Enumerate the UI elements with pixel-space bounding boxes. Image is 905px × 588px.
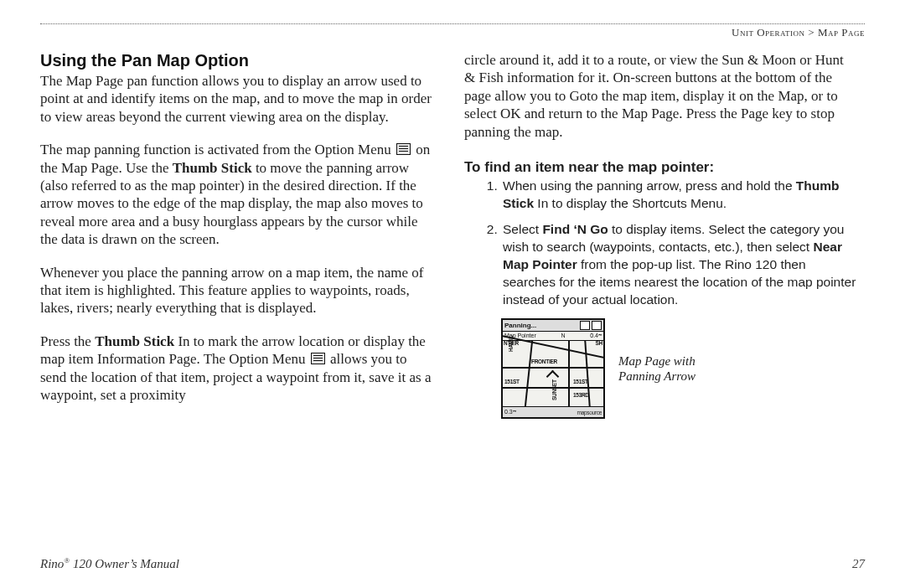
para-activation: The map panning function is activated fr…	[40, 141, 434, 248]
label-153rd: 153RD	[573, 392, 589, 398]
screen-titlebar: Panning...	[503, 320, 603, 332]
footer-suffix: 120 Owner’s Manual	[70, 557, 179, 570]
two-column-layout: Using the Pan Map Option The Map Page pa…	[40, 48, 865, 419]
footer-brand: Rino	[40, 557, 64, 570]
label-sh: SH	[596, 340, 602, 346]
section-heading: Using the Pan Map Option	[40, 51, 434, 70]
menu-icon	[592, 321, 602, 330]
label-hamil: HAMIL	[508, 336, 514, 352]
left-column: Using the Pan Map Option The Map Page pa…	[40, 48, 434, 419]
scale-text: 0.3ᵐ	[504, 409, 516, 415]
caption-line1: Map Page with	[618, 354, 696, 368]
para-highlight: Whenever you place the panning arrow on …	[40, 264, 434, 317]
info-mid: N	[561, 331, 565, 340]
procedure-heading: To find an item near the map pointer:	[464, 159, 858, 176]
device-screenshot: Panning... Map Pointer N 0.4ᵐ	[501, 318, 605, 419]
label-frontier: FRONTIER	[531, 358, 557, 364]
page-number: 27	[852, 557, 865, 571]
layers-icon	[580, 321, 590, 330]
header-section: Unit Operation	[732, 26, 805, 39]
p4-seg-a: Press the	[40, 333, 95, 349]
s1-a: When using the panning arrow, press and …	[503, 178, 796, 193]
para-intro: The Map Page pan function allows you to …	[40, 72, 434, 126]
screen-statusbar: 0.3ᵐ mapsource	[503, 406, 603, 417]
label-151st-a: 151ST	[504, 379, 520, 384]
page: Unit Operation > Map Page Using the Pan …	[0, 0, 905, 588]
header-sep: >	[805, 26, 818, 39]
label-sunset: SUNSET	[551, 380, 557, 401]
header-rule	[40, 23, 865, 24]
right-column: circle around it, add it to a route, or …	[464, 48, 858, 419]
caption-line2: Panning Arrow	[618, 369, 696, 383]
para-continuation: circle around it, add it to a route, or …	[464, 51, 858, 141]
screen-mapbody: NTIER SH HAMIL FRONTIER 151ST SUNSET 151…	[503, 340, 603, 407]
titlebar-icons	[580, 321, 602, 330]
option-menu-icon	[396, 143, 411, 155]
screen-title: Panning...	[504, 322, 536, 329]
figure-caption: Map Page with Panning Arrow	[618, 353, 696, 385]
p4-thumbstick: Thumb Stick	[95, 333, 174, 349]
road-vert-1	[525, 340, 533, 407]
figure-row: Panning... Map Pointer N 0.4ᵐ	[501, 318, 858, 419]
step-2: Select Find ‘N Go to display items. Sele…	[501, 221, 858, 309]
p2-seg-a: The map panning function is activated fr…	[40, 142, 395, 157]
s2-findngo: Find ‘N Go	[542, 222, 608, 236]
info-right: 0.4ᵐ	[590, 331, 602, 340]
para-press-in: Press the Thumb Stick In to mark the arr…	[40, 333, 434, 405]
mapsource-text: mapsource	[577, 410, 602, 415]
footer-product: Rino® 120 Owner’s Manual	[40, 556, 179, 571]
procedure-steps: When using the panning arrow, press and …	[464, 178, 858, 308]
s2-a: Select	[503, 222, 542, 236]
p2-thumbstick: Thumb Stick	[173, 160, 252, 176]
option-menu-icon	[311, 353, 325, 364]
running-header: Unit Operation > Map Page	[40, 26, 865, 39]
step-1: When using the panning arrow, press and …	[501, 178, 858, 213]
page-footer: Rino® 120 Owner’s Manual 27	[40, 556, 865, 571]
road-horiz-1	[503, 367, 603, 369]
s1-c: In to display the Shortcuts Menu.	[534, 196, 727, 210]
header-subsection: Map Page	[818, 26, 865, 39]
label-151st-b: 151ST	[573, 379, 588, 384]
